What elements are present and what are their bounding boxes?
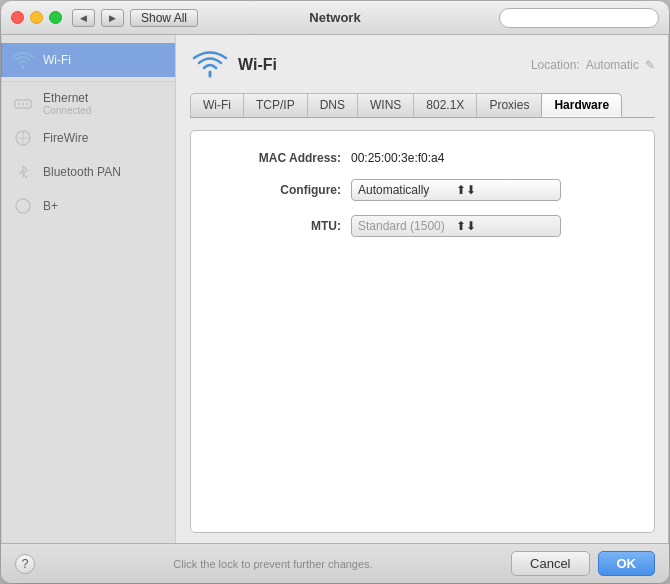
sidebar-bluetooth-label: Bluetooth PAN — [43, 165, 121, 179]
location-edit-icon[interactable]: ✎ — [645, 58, 655, 72]
mac-label: MAC Address: — [221, 151, 341, 165]
wifi-header-name: Wi-Fi — [238, 56, 277, 74]
ok-button[interactable]: OK — [598, 551, 656, 576]
configure-arrow-icon: ⬆⬇ — [456, 183, 554, 197]
configure-label: Configure: — [221, 183, 341, 197]
tab-8021x[interactable]: 802.1X — [413, 93, 477, 117]
configure-value: Automatically — [358, 183, 456, 197]
location-bar: Wi-Fi Location: Automatic ✎ — [190, 45, 655, 85]
main-panel: Wi-Fi Location: Automatic ✎ Wi-Fi TCP/IP… — [176, 35, 669, 543]
titlebar: ◀ ▶ Show All Network — [1, 1, 669, 35]
bottom-status: Click the lock to prevent further change… — [35, 558, 511, 570]
mac-value: 00:25:00:3e:f0:a4 — [351, 151, 444, 165]
svg-rect-1 — [18, 103, 20, 105]
show-all-button[interactable]: Show All — [130, 9, 198, 27]
sidebar-wifi-label: Wi-Fi — [43, 53, 71, 67]
mtu-arrow-icon: ⬆⬇ — [456, 219, 554, 233]
mtu-label: MTU: — [221, 219, 341, 233]
sidebar-item-bluetooth[interactable]: Bluetooth PAN — [1, 155, 175, 189]
content-area: Wi-Fi Ethernet Connected — [1, 35, 669, 543]
titlebar-controls: ◀ ▶ Show All — [72, 9, 198, 27]
sidebar-firewire-label: FireWire — [43, 131, 88, 145]
tab-wins[interactable]: WINS — [357, 93, 414, 117]
mtu-row: MTU: Standard (1500) ⬆⬇ — [221, 215, 624, 237]
location-label: Location: — [531, 58, 580, 72]
tabs-bar: Wi-Fi TCP/IP DNS WINS 802.1X Proxies Har… — [190, 93, 655, 118]
forward-button[interactable]: ▶ — [101, 9, 124, 27]
search-input[interactable] — [508, 11, 650, 25]
wifi-icon — [11, 48, 35, 72]
maximize-button[interactable] — [49, 11, 62, 24]
sidebar-item-ethernet[interactable]: Ethernet Connected — [1, 86, 175, 121]
tab-proxies[interactable]: Proxies — [476, 93, 542, 117]
close-button[interactable] — [11, 11, 24, 24]
configure-row: Configure: Automatically ⬆⬇ — [221, 179, 624, 201]
tab-wifi[interactable]: Wi-Fi — [190, 93, 244, 117]
tab-hardware[interactable]: Hardware — [541, 93, 622, 117]
hardware-content: MAC Address: 00:25:00:3e:f0:a4 Configure… — [190, 130, 655, 533]
location-value: Automatic — [586, 58, 639, 72]
window-title: Network — [309, 10, 360, 25]
sidebar-item-firewire[interactable]: FireWire — [1, 121, 175, 155]
mtu-select[interactable]: Standard (1500) ⬆⬇ — [351, 215, 561, 237]
back-button[interactable]: ◀ — [72, 9, 95, 27]
svg-point-5 — [16, 199, 30, 213]
bottom-bar: ? Click the lock to prevent further chan… — [1, 543, 669, 583]
sidebar-item-wifi[interactable]: Wi-Fi — [1, 43, 175, 77]
sidebar-ethernet-status: Connected — [43, 105, 91, 116]
sidebar-item-other[interactable]: B+ — [1, 189, 175, 223]
firewire-icon — [11, 126, 35, 150]
configure-select[interactable]: Automatically ⬆⬇ — [351, 179, 561, 201]
location-controls: Location: Automatic ✎ — [531, 58, 655, 72]
sidebar-ethernet-label: Ethernet — [43, 91, 91, 105]
cancel-button[interactable]: Cancel — [511, 551, 589, 576]
other-icon — [11, 194, 35, 218]
traffic-lights — [11, 11, 62, 24]
mac-address-row: MAC Address: 00:25:00:3e:f0:a4 — [221, 151, 624, 165]
tab-dns[interactable]: DNS — [307, 93, 358, 117]
button-group: Cancel OK — [511, 551, 655, 576]
ethernet-icon — [11, 92, 35, 116]
wifi-header-icon — [190, 45, 230, 85]
svg-rect-2 — [22, 103, 24, 105]
search-box[interactable] — [499, 8, 659, 28]
sidebar-other-label: B+ — [43, 199, 58, 213]
bluetooth-icon — [11, 160, 35, 184]
svg-rect-3 — [26, 103, 28, 105]
help-button[interactable]: ? — [15, 554, 35, 574]
sidebar-divider — [1, 81, 175, 82]
minimize-button[interactable] — [30, 11, 43, 24]
network-window: ◀ ▶ Show All Network — [1, 1, 669, 583]
tab-tcpip[interactable]: TCP/IP — [243, 93, 308, 117]
sidebar: Wi-Fi Ethernet Connected — [1, 35, 176, 543]
mtu-value: Standard (1500) — [358, 219, 456, 233]
